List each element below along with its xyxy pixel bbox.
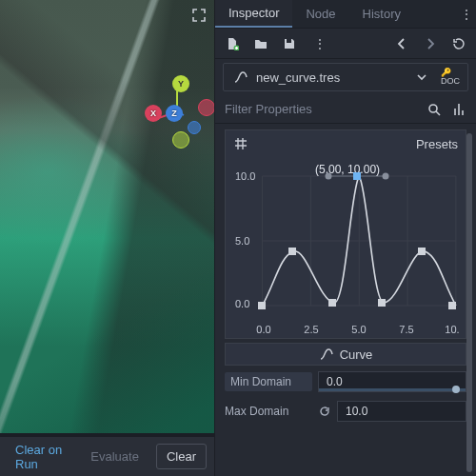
curve-point[interactable] (258, 302, 266, 309)
curve-editor[interactable]: (5.00, 10.00) 10.0 5.0 0.0 0.0 2.5 5.0 7… (229, 157, 462, 338)
tab-history[interactable]: History (349, 0, 414, 28)
gizmo-axis-y-neg[interactable] (172, 131, 189, 149)
gizmo-axis-z-neg[interactable] (188, 121, 201, 134)
curve-point[interactable] (448, 302, 456, 309)
fullscreen-icon[interactable] (191, 8, 207, 23)
clear-button[interactable]: Clear (156, 444, 207, 469)
curve-point[interactable] (378, 299, 386, 307)
reset-icon[interactable] (318, 406, 331, 417)
max-domain-value: 10.0 (346, 405, 367, 418)
curve-resource-icon (233, 69, 248, 85)
search-icon[interactable] (426, 102, 442, 117)
min-domain-label: Min Domain (225, 372, 312, 391)
curve-point[interactable] (288, 248, 296, 255)
min-domain-value: 0.0 (327, 375, 343, 388)
3d-viewport[interactable]: Y X Z (0, 0, 214, 436)
gizmo-axis-x-neg[interactable] (198, 99, 214, 116)
curve-point[interactable] (418, 248, 426, 255)
load-resource-icon[interactable] (253, 36, 268, 51)
curve-handle[interactable] (383, 173, 389, 180)
max-domain-field[interactable]: 10.0 (337, 401, 466, 422)
output-bottom-bar: Clear on Run Evaluate Clear (0, 436, 214, 476)
svg-rect-1 (287, 39, 291, 43)
chevron-down-icon[interactable] (414, 69, 429, 85)
y-tick: 5.0 (235, 235, 249, 247)
gizmo-axis-x[interactable]: X (145, 105, 162, 122)
doc-icon[interactable]: 🔑DOC (443, 69, 458, 85)
history-forward-icon[interactable] (423, 36, 438, 51)
evaluate-button[interactable]: Evaluate (83, 444, 147, 469)
tab-inspector[interactable]: Inspector (215, 0, 292, 28)
x-tick: 7.5 (399, 324, 413, 335)
viewport-axis-gizmo[interactable]: Y X Z (145, 78, 211, 145)
curve-handle[interactable] (326, 173, 332, 180)
tab-node[interactable]: Node (292, 0, 348, 28)
presets-label[interactable]: Presets (416, 137, 458, 151)
curve-section-header[interactable]: Curve (225, 343, 466, 366)
x-tick: 0.0 (256, 324, 270, 335)
y-tick: 10.0 (235, 170, 255, 182)
scrollbar[interactable] (466, 133, 472, 472)
y-tick: 0.0 (235, 298, 249, 309)
inspector-panel: Inspector Node History ⋮ ⋮ new_curve.tre… (214, 0, 476, 476)
resource-selector[interactable]: new_curve.tres 🔑DOC (223, 63, 468, 91)
curve-icon (319, 347, 334, 362)
x-tick: 10. (445, 324, 459, 335)
curve-section-label: Curve (340, 347, 373, 362)
x-tick: 5.0 (351, 324, 366, 335)
history-back-icon[interactable] (394, 36, 409, 51)
save-resource-icon[interactable] (282, 36, 297, 51)
resource-name: new_curve.tres (256, 70, 407, 85)
tools-icon[interactable] (451, 102, 466, 117)
snap-icon[interactable] (233, 136, 248, 151)
resource-extra-menu-icon[interactable]: ⋮ (310, 37, 329, 50)
curve-point-selected[interactable] (353, 172, 361, 180)
history-menu-icon[interactable] (451, 36, 466, 51)
x-tick: 2.5 (304, 324, 318, 335)
dock-menu-icon[interactable]: ⋮ (457, 8, 476, 21)
gizmo-axis-z[interactable]: Z (166, 105, 183, 122)
clear-on-run-button[interactable]: Clear on Run (8, 437, 73, 477)
new-resource-icon[interactable] (225, 36, 240, 51)
curve-point[interactable] (328, 299, 336, 307)
svg-point-2 (429, 105, 437, 112)
min-domain-field[interactable]: 0.0 (318, 371, 466, 392)
filter-input[interactable] (225, 102, 417, 116)
gizmo-axis-y[interactable]: Y (172, 75, 189, 92)
max-domain-label: Max Domain (225, 405, 312, 418)
